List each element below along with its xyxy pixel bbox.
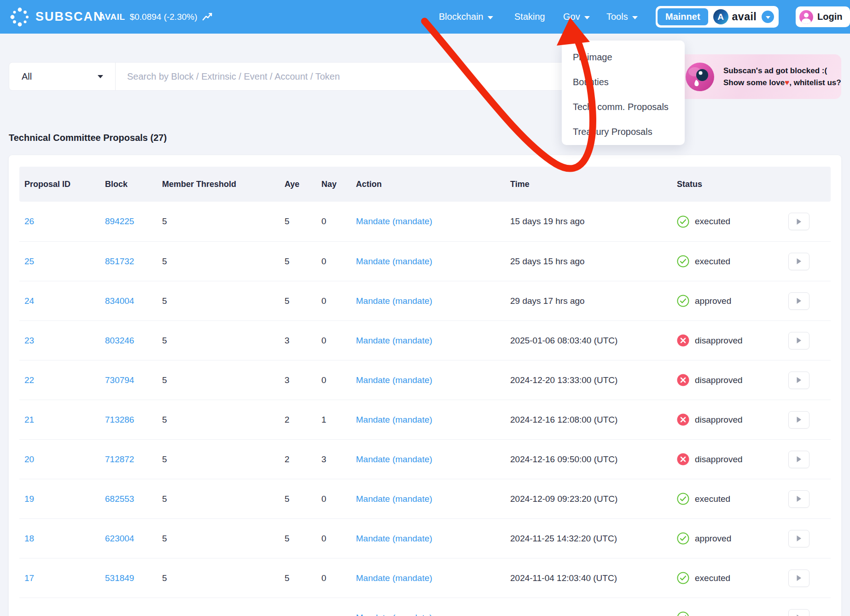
- block-cell: 623004: [105, 534, 162, 544]
- row-button-cell: [788, 490, 831, 508]
- row-expand-button[interactable]: [788, 213, 809, 230]
- ad-text: Subscan's ad got blocked :( Show some lo…: [723, 65, 841, 89]
- subscan-logo[interactable]: SUBSCAN: [10, 0, 104, 34]
- ad-blocked-banner[interactable]: Subscan's ad got blocked :( Show some lo…: [679, 54, 841, 99]
- proposal-id-link[interactable]: 20: [24, 454, 105, 465]
- table-header-row: Proposal IDBlockMember ThresholdAyeNayAc…: [19, 167, 831, 202]
- token-price-value: $0.0894 (-2.30%): [130, 12, 198, 22]
- action-link[interactable]: Mandate (mandate): [356, 216, 510, 227]
- proposal-id-cell: 19: [24, 494, 105, 504]
- action-link[interactable]: Mandate (mandate): [356, 336, 510, 346]
- play-icon: [796, 575, 802, 581]
- block-link[interactable]: 803246: [105, 336, 162, 346]
- proposal-id-link[interactable]: 17: [24, 573, 105, 583]
- nav-item-staking[interactable]: Staking: [514, 0, 545, 34]
- login-button[interactable]: Login: [796, 6, 850, 27]
- block-link[interactable]: 713286: [105, 415, 162, 425]
- table-row: 21713286521Mandate (mandate)2024-12-16 1…: [19, 400, 831, 439]
- play-icon: [796, 535, 802, 542]
- row-expand-button[interactable]: [788, 451, 809, 468]
- status-label: disapproved: [695, 454, 743, 465]
- action-link[interactable]: Mandate (mandate): [356, 573, 510, 583]
- status-label: disapproved: [695, 415, 743, 425]
- table-row: 20712872523Mandate (mandate)2024-12-16 0…: [19, 439, 831, 479]
- ad-line-2: Show some love♥, whitelist us?: [723, 77, 841, 89]
- status-cell: disapproved: [677, 453, 788, 465]
- search-filter-dropdown[interactable]: All: [9, 63, 116, 90]
- row-expand-button[interactable]: [788, 292, 809, 310]
- row-button-cell: [788, 411, 831, 429]
- block-link[interactable]: 682553: [105, 494, 162, 504]
- menu-item-bounties[interactable]: Bounties: [562, 70, 685, 94]
- row-expand-button[interactable]: [788, 490, 809, 508]
- status-cell: executed: [677, 572, 788, 584]
- action-link[interactable]: Mandate (mandate): [356, 613, 510, 616]
- menu-item-tech-comm-proposals[interactable]: Tech. comm. Proposals: [562, 94, 685, 119]
- action-link[interactable]: Mandate (mandate): [356, 415, 510, 425]
- proposal-id-link[interactable]: 22: [24, 375, 105, 385]
- block-link[interactable]: 894225: [105, 216, 162, 227]
- table-row: 22730794530Mandate (mandate)2024-12-20 1…: [19, 360, 831, 400]
- row-expand-button[interactable]: [788, 253, 809, 270]
- status-cell: disapproved: [677, 334, 788, 347]
- action-link[interactable]: Mandate (mandate): [356, 534, 510, 544]
- nav-item-gov[interactable]: Gov: [563, 0, 590, 34]
- network-switcher[interactable]: Mainnet A avail: [656, 6, 779, 28]
- member-threshold-cell: 5: [162, 216, 285, 227]
- action-link[interactable]: Mandate (mandate): [356, 494, 510, 504]
- action-cell: Mandate (mandate): [356, 256, 510, 267]
- member-threshold-cell: 5: [162, 375, 285, 385]
- proposal-id-link[interactable]: 25: [24, 256, 105, 267]
- aye-cell: 5: [285, 494, 321, 504]
- status-cell: approved: [677, 532, 788, 545]
- time-cell: 2024-12-20 13:33:00 (UTC): [510, 375, 677, 385]
- play-icon: [796, 495, 802, 502]
- row-expand-button[interactable]: [788, 609, 809, 616]
- row-expand-button[interactable]: [788, 570, 809, 587]
- menu-item-treasury-proposals[interactable]: Treasury Proposals: [562, 119, 685, 144]
- chevron-down-icon: [488, 16, 493, 19]
- user-avatar-icon: [799, 10, 813, 24]
- proposal-id-cell: 21: [24, 415, 105, 425]
- proposal-id-link[interactable]: 24: [24, 296, 105, 306]
- status-cell: executed: [677, 215, 788, 228]
- status-cell: approved: [677, 295, 788, 307]
- search-filter-value: All: [22, 71, 32, 82]
- action-link[interactable]: Mandate (mandate): [356, 296, 510, 306]
- proposal-id-link[interactable]: 19: [24, 494, 105, 504]
- nay-cell: 0: [321, 573, 356, 583]
- network-chevron-down-icon[interactable]: [762, 11, 774, 23]
- action-cell: Mandate (mandate): [356, 336, 510, 346]
- row-expand-button[interactable]: [788, 411, 809, 429]
- menu-item-preimage[interactable]: Preimage: [562, 45, 685, 70]
- proposal-id-link[interactable]: 23: [24, 336, 105, 346]
- block-link[interactable]: 730794: [105, 375, 162, 385]
- nay-cell: 3: [321, 454, 356, 465]
- action-link[interactable]: Mandate (mandate): [356, 256, 510, 267]
- proposal-id-link[interactable]: 21: [24, 415, 105, 425]
- table-body: 26894225550Mandate (mandate)15 days 19 h…: [19, 202, 831, 616]
- row-expand-button[interactable]: [788, 530, 809, 547]
- action-link[interactable]: Mandate (mandate): [356, 454, 510, 465]
- column-header-action: Action: [356, 180, 510, 189]
- status-success-icon: [677, 255, 689, 267]
- block-link[interactable]: 531849: [105, 573, 162, 583]
- proposal-id-link[interactable]: 26: [24, 216, 105, 227]
- row-expand-button[interactable]: [788, 332, 809, 349]
- block-link[interactable]: 712872: [105, 454, 162, 465]
- block-link[interactable]: 851732: [105, 256, 162, 267]
- block-link[interactable]: 834004: [105, 296, 162, 306]
- action-link[interactable]: Mandate (mandate): [356, 375, 510, 385]
- crying-face-icon: [685, 62, 715, 92]
- proposal-id-link[interactable]: 18: [24, 534, 105, 544]
- price-chart-icon[interactable]: [202, 12, 213, 22]
- member-threshold-cell: 5: [162, 256, 285, 267]
- block-link[interactable]: 623004: [105, 534, 162, 544]
- row-expand-button[interactable]: [788, 372, 809, 389]
- nav-item-blockchain[interactable]: Blockchain: [439, 0, 493, 34]
- network-mainnet-button[interactable]: Mainnet: [658, 8, 708, 25]
- status-success-icon: [677, 611, 689, 616]
- nav-item-tools[interactable]: Tools: [606, 0, 638, 34]
- time-cell: 2024-11-25 14:32:20 (UTC): [510, 534, 677, 544]
- action-cell: Mandate (mandate): [356, 216, 510, 227]
